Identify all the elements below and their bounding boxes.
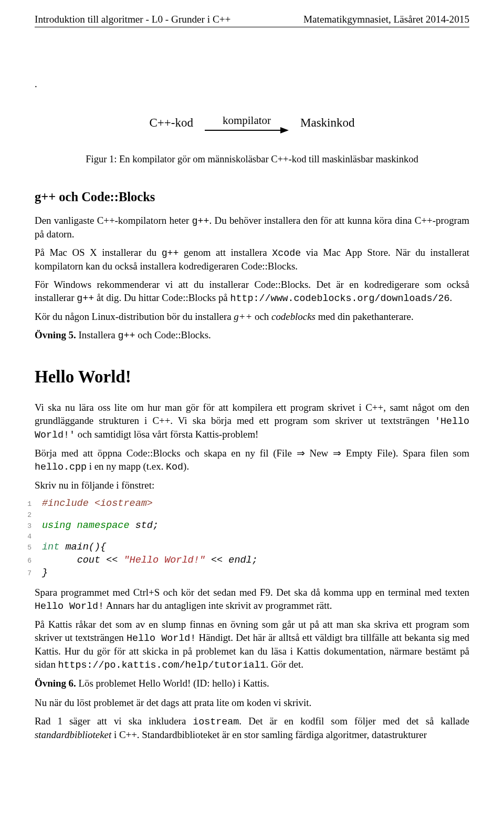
code-inline: g++ (118, 330, 135, 341)
code-inline: hello.cpp (35, 462, 87, 473)
section-heading-gpp: g++ och Code::Blocks (35, 189, 469, 205)
exercise: Övning 5. Installera g++ och Code::Block… (35, 329, 469, 343)
code-inline: g++ (162, 248, 179, 259)
leading-dot: . (35, 78, 469, 91)
section-heading-hello: Hello World! (35, 366, 469, 389)
url: http://www.codeblocks.org/downloads/26 (230, 293, 449, 304)
text: Den vanligaste C++-kompilatorn heter (35, 215, 192, 226)
code-indent (42, 555, 77, 566)
paragraph: Nu när du löst problemet är det dags att… (35, 697, 469, 710)
diagram-source: C++-kod (150, 115, 193, 131)
line-number: 3 (5, 522, 42, 531)
text: genom att installera (179, 247, 272, 258)
paragraph: Vi ska nu lära oss lite om hur man gör f… (35, 401, 469, 442)
code-inline: g++ (77, 293, 94, 304)
line-number: 2 (5, 511, 42, 520)
line-number: 4 (5, 532, 42, 541)
diagram-arrow: kompilator (205, 112, 289, 134)
header-right: Matematikgymnasiet, Läsåret 2014-2015 (303, 13, 469, 26)
text: . Det är en kodfil som följer med det så… (239, 715, 469, 727)
italic: codeblocks (271, 311, 316, 322)
code-token: using (42, 520, 71, 531)
code-inline: Kod (166, 462, 183, 473)
page: Introduktion till algoritmer - L0 - Grun… (0, 0, 504, 768)
paragraph: Den vanligaste C++-kompilatorn heter g++… (35, 214, 469, 241)
diagram-arrow-label: kompilator (223, 113, 271, 128)
code-line: 4 (5, 532, 469, 541)
paragraph: För Windows rekommenderar vi att du inst… (35, 278, 469, 305)
paragraph: Börja med att öppna Code::Blocks och ska… (35, 447, 469, 474)
paragraph: Spara programmet med Ctrl+S och kör det … (35, 586, 469, 613)
code-line: 7 } (5, 567, 469, 579)
code-inline: iostream (193, 717, 239, 728)
paragraph: Skriv nu in följande i fönstret: (35, 479, 469, 492)
code-line: 5 int main(){ (5, 541, 469, 554)
code-inline: Hello World! (127, 633, 196, 644)
figure-caption: Figur 1: En kompilator gör om människolä… (35, 153, 469, 165)
header-rule (35, 27, 469, 27)
compiler-diagram: C++-kod kompilator Maskinkod (35, 112, 469, 134)
code-token: (){ (89, 542, 106, 553)
line-number: 6 (5, 556, 42, 565)
exercise-label: Övning 6. (35, 678, 76, 689)
text: . (449, 292, 452, 303)
code-token: int (42, 542, 59, 553)
text: och samtidigt lösa vårt första Kattis-pr… (75, 429, 258, 440)
code-inline: Xcode (272, 248, 301, 259)
italic: g++ (234, 311, 252, 322)
text: . Gör det. (266, 659, 303, 670)
code-token: } (42, 567, 48, 578)
code-token: #include <iostream> (42, 498, 153, 509)
code-line: 3 using namespace std; (5, 520, 469, 532)
code-token: "Hello World!" (123, 555, 205, 566)
text: Vi ska nu lära oss lite om hur man gör f… (35, 402, 469, 426)
text: i C++. Standardbiblioteket är en stor sa… (111, 729, 427, 740)
page-header: Introduktion till algoritmer - L0 - Grun… (35, 13, 469, 26)
code-token: << endl; (205, 555, 258, 566)
text: Rad 1 säger att vi ska inkludera (35, 715, 193, 727)
code-inline: g++ (192, 216, 209, 227)
text: Kör du någon Linux-distribution bör du i… (35, 311, 234, 322)
text: Lös problemet Hello World! (ID: hello) i… (76, 678, 269, 689)
url: https://po.kattis.com/help/tutorial1 (58, 660, 266, 671)
text: åt dig. Du hittar Code::Blocks på (94, 292, 230, 303)
text: och Code::Blocks. (135, 329, 211, 340)
code-token: main (59, 542, 89, 553)
line-number: 1 (5, 500, 42, 509)
text: Installera (76, 329, 118, 340)
exercise: Övning 6. Lös problemet Hello World! (ID… (35, 677, 469, 690)
code-line: 2 (5, 511, 469, 520)
paragraph: Kör du någon Linux-distribution bör du i… (35, 310, 469, 324)
text: Annars har du antagligen inte skrivit av… (104, 600, 332, 611)
text: och (252, 311, 271, 322)
code-listing: 1 #include <iostream> 2 3 using namespac… (5, 497, 469, 579)
exercise-label: Övning 5. (35, 329, 76, 340)
code-line: 6 cout << "Hello World!" << endl; (5, 554, 469, 567)
diagram-target: Maskinkod (300, 115, 355, 131)
text: Spara programmet med Ctrl+S och kör det … (35, 587, 469, 598)
text: med din pakethanterare. (316, 311, 414, 322)
code-token: std (135, 520, 153, 531)
paragraph: På Mac OS X installerar du g++ genom att… (35, 246, 469, 273)
text: På Mac OS X installerar du (35, 247, 162, 258)
text: ). (183, 461, 189, 472)
code-inline: Hello World! (35, 601, 104, 612)
code-token: cout << (77, 555, 124, 566)
paragraph: På Kattis råkar det som av en slump finn… (35, 618, 469, 672)
text: Börja med att öppna Code::Blocks och ska… (35, 448, 469, 459)
code-line: 1 #include <iostream> (5, 497, 469, 510)
italic: standardbiblioteket (35, 729, 111, 740)
code-token: namespace (71, 520, 135, 531)
svg-marker-1 (280, 127, 289, 133)
line-number: 5 (5, 543, 42, 552)
line-number: 7 (5, 569, 42, 578)
code-token: ; (153, 520, 159, 531)
paragraph: Rad 1 säger att vi ska inkludera iostrea… (35, 715, 469, 742)
header-left: Introduktion till algoritmer - L0 - Grun… (35, 13, 230, 26)
text: i en ny mapp (t.ex. (87, 461, 166, 472)
